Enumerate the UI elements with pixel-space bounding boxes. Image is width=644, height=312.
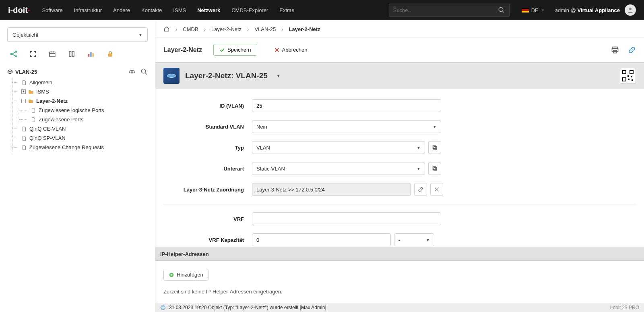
graph-icon[interactable] [10, 50, 18, 58]
bc-vlan25[interactable]: VLAN-25 [254, 26, 276, 32]
expand-toggle[interactable]: + [21, 89, 26, 94]
flag-de-icon [522, 8, 529, 12]
home-icon[interactable] [163, 26, 170, 32]
label-std-vlan: Standard VLAN [163, 124, 252, 130]
object-type-icon [163, 68, 180, 84]
object-title: Layer-2-Netz: VLAN-25 [185, 71, 268, 80]
tree-item-l2-sub2[interactable]: Zugewiesene Ports [19, 115, 148, 124]
svg-point-4 [15, 51, 17, 52]
label-unterart: Unterart [163, 166, 252, 172]
nav-andere[interactable]: Andere [113, 7, 130, 13]
folder-icon [28, 89, 34, 95]
svg-rect-35 [631, 76, 632, 77]
eye-icon[interactable] [128, 68, 136, 75]
select-typ[interactable]: VLAN▼ [252, 141, 425, 154]
svg-rect-15 [91, 52, 92, 57]
object-header: Layer-2-Netz: VLAN-25 ▼ [155, 62, 644, 89]
content: › CMDB › Layer-2-Netz › VLAN-25 › Layer-… [155, 20, 644, 312]
chevron-right-icon: › [175, 26, 177, 32]
nav-cmdb-explorer[interactable]: CMDB-Explorer [231, 7, 268, 13]
chevron-right-icon: › [281, 26, 283, 32]
copy-button[interactable] [428, 141, 441, 154]
avatar[interactable] [625, 4, 636, 16]
search-icon[interactable] [140, 68, 148, 75]
svg-point-23 [141, 69, 146, 73]
svg-line-24 [145, 73, 147, 75]
x-icon [274, 47, 280, 53]
expand-icon[interactable] [29, 50, 37, 58]
tree-item-change-req[interactable]: Zugewiesene Change Requests [12, 143, 148, 152]
chevron-down-icon: ▼ [541, 8, 545, 12]
info-icon [160, 305, 166, 310]
select-std-vlan[interactable]: Nein▼ [252, 120, 441, 133]
print-icon[interactable] [611, 46, 619, 54]
select-unterart[interactable]: Static-VLAN▼ [252, 162, 425, 175]
nav-isms[interactable]: ISMS [173, 7, 186, 13]
svg-rect-14 [88, 54, 89, 57]
page-title: Layer-2-Netz [163, 46, 202, 54]
page-icon [21, 80, 27, 85]
page-icon [21, 135, 27, 141]
sidebar: Objektsicht ▼ VLAN-25 [0, 20, 155, 312]
lang-select[interactable]: DE ▼ [522, 7, 545, 13]
svg-line-6 [12, 52, 15, 54]
tree-item-l2-sub1[interactable]: Zugewiesene logische Ports [19, 106, 148, 115]
cube-icon [7, 69, 13, 75]
tree-item-allgemein[interactable]: Allgemein [12, 78, 148, 87]
chevron-down-icon: ▼ [433, 125, 437, 129]
nav-software[interactable]: Software [42, 7, 62, 13]
plus-circle-icon [169, 272, 174, 278]
tree-item-l2[interactable]: − Layer-2-Netz [12, 96, 148, 106]
search-box[interactable] [389, 4, 510, 17]
add-ip-helper-button[interactable]: Hinzufügen [163, 269, 208, 281]
tree-item-qinq-ce[interactable]: QinQ CE-VLAN [12, 124, 148, 133]
bc-current: Layer-2-Netz [289, 26, 320, 32]
link-button[interactable] [414, 183, 427, 196]
user-icon [627, 6, 634, 14]
svg-point-2 [629, 8, 632, 10]
field-l3-zuordnung[interactable]: Layer-3-Netz >> 172.0.5.0/24 [252, 183, 411, 196]
footer-msg: 31.03.2023 19:20 Objekt (Typ: "Layer-2-N… [169, 305, 326, 310]
qr-code[interactable] [620, 68, 636, 84]
unlink-icon [434, 187, 440, 192]
nav-netzwerk[interactable]: Netzwerk [197, 7, 220, 13]
lock-icon[interactable] [106, 50, 114, 58]
folder-open-icon [28, 98, 34, 104]
cancel-button[interactable]: Abbrechen [268, 44, 313, 55]
link-icon[interactable] [628, 46, 636, 54]
save-button[interactable]: Speichern [213, 44, 257, 56]
svg-rect-38 [433, 146, 436, 148]
copy-button[interactable] [428, 162, 441, 175]
page-icon [31, 108, 36, 113]
nav-infrastruktur[interactable]: Infrastruktur [74, 7, 102, 13]
chevron-down-icon[interactable]: ▼ [277, 74, 281, 78]
tree-item-isms[interactable]: + ISMS [12, 87, 148, 96]
unlink-button[interactable] [430, 183, 443, 196]
ip-helper-heading: IP-Helper-Adressen [155, 248, 644, 261]
tree-item-qinq-sp[interactable]: QinQ SP-VLAN [12, 133, 148, 143]
book-icon[interactable] [68, 50, 76, 58]
collapse-toggle[interactable]: − [21, 99, 26, 103]
search-input[interactable] [393, 7, 498, 13]
nav-extras[interactable]: Extras [279, 7, 294, 13]
check-icon [219, 47, 225, 53]
chart-icon[interactable] [87, 50, 95, 58]
svg-rect-32 [630, 71, 633, 74]
calendar-icon[interactable] [48, 50, 56, 58]
copy-icon [432, 166, 438, 171]
svg-point-3 [11, 53, 12, 54]
input-vrf-kap[interactable] [252, 233, 391, 246]
nav-kontakte[interactable]: Kontakte [141, 7, 162, 13]
label-typ: Typ [163, 145, 252, 151]
ip-helper-empty: Zurzeit sind keine IP-Helper-Adressen ei… [163, 289, 636, 295]
bc-cmdb[interactable]: CMDB [183, 26, 198, 32]
input-vrf[interactable] [252, 212, 441, 225]
view-select[interactable]: Objektsicht ▼ [7, 27, 148, 42]
input-id-vlan[interactable] [252, 99, 441, 112]
svg-line-20 [10, 71, 12, 72]
tree-root[interactable]: VLAN-25 [7, 69, 37, 75]
svg-rect-16 [93, 53, 94, 57]
footer: 31.03.2023 19:20 Objekt (Typ: "Layer-2-N… [155, 303, 644, 312]
bc-l2netz[interactable]: Layer-2-Netz [211, 26, 242, 32]
select-vrf-unit[interactable]: -▼ [394, 233, 434, 246]
